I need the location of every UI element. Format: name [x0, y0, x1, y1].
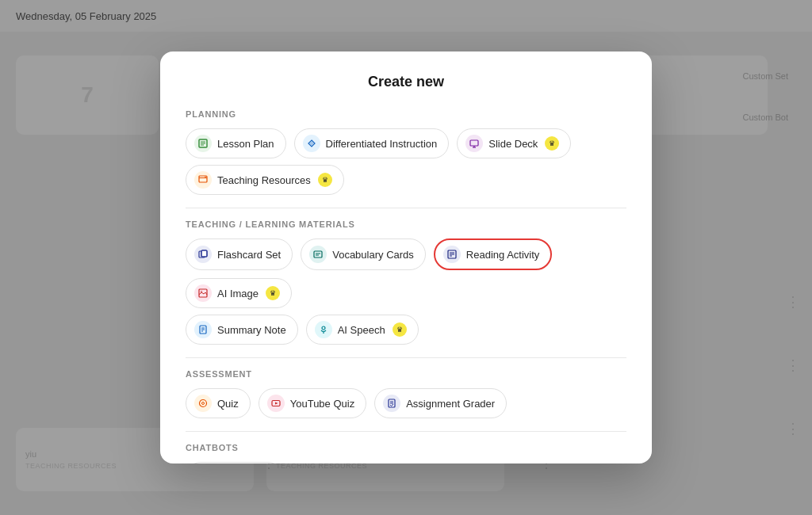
reading-activity-label: Reading Activity: [466, 249, 540, 261]
svg-point-9: [205, 177, 206, 178]
teaching-chips-row: Flashcard Set Vocabulary Cards Reading A…: [186, 238, 626, 308]
svg-rect-11: [201, 250, 207, 257]
reading-activity-icon: [443, 246, 461, 263]
chip-teaching-resources[interactable]: Teaching Resources ♛: [186, 165, 344, 195]
svg-point-28: [200, 400, 207, 407]
summary-note-label: Summary Note: [217, 324, 286, 336]
differentiated-instruction-label: Differentiated Instruction: [326, 138, 438, 150]
planning-chips-row-2: Teaching Resources ♛: [186, 165, 626, 195]
planning-chips-row: Lesson Plan Differentiated Instruction S…: [186, 128, 626, 158]
ai-speech-crown: ♛: [393, 322, 407, 337]
chip-flashcard-set[interactable]: Flashcard Set: [186, 238, 293, 270]
chip-reading-activity[interactable]: Reading Activity: [434, 238, 553, 270]
lesson-plan-label: Lesson Plan: [217, 138, 274, 150]
differentiated-instruction-icon: [303, 135, 320, 152]
svg-marker-31: [275, 402, 278, 405]
section-chatbots-label: CHATBOTS: [186, 443, 626, 452]
chip-custom-bot[interactable]: Custom Bot: [186, 462, 283, 464]
flashcard-set-icon: [194, 246, 212, 263]
svg-rect-4: [470, 140, 478, 146]
ai-image-crown: ♛: [266, 286, 280, 300]
section-assessment-label: ASSESSMENT: [186, 369, 626, 379]
slide-deck-icon: [465, 135, 483, 152]
svg-point-29: [202, 402, 205, 405]
slide-deck-label: Slide Deck: [488, 138, 538, 150]
chip-slide-deck[interactable]: Slide Deck ♛: [457, 128, 571, 158]
chip-ai-speech[interactable]: AI Speech ♛: [306, 315, 419, 345]
chip-differentiated-instruction[interactable]: Differentiated Instruction: [294, 128, 450, 158]
modal-create-new: Create new PLANNING Lesson Plan Differen…: [160, 52, 652, 464]
divider-1: [186, 208, 626, 208]
teaching-chips-row-2: Summary Note AI Speech ♛: [186, 315, 626, 345]
divider-3: [186, 431, 626, 432]
modal-backdrop: Create new PLANNING Lesson Plan Differen…: [0, 0, 812, 515]
flashcard-set-label: Flashcard Set: [217, 249, 281, 261]
assignment-grader-label: Assignment Grader: [406, 398, 495, 410]
lesson-plan-icon: [194, 135, 212, 152]
chip-summary-note[interactable]: Summary Note: [186, 315, 298, 345]
youtube-quiz-label: YouTube Quiz: [290, 398, 354, 410]
quiz-icon: [194, 395, 212, 412]
section-planning-label: PLANNING: [186, 109, 626, 119]
youtube-quiz-icon: [267, 395, 285, 412]
svg-rect-13: [314, 251, 322, 258]
ai-speech-icon: [315, 321, 332, 338]
summary-note-icon: [194, 321, 212, 338]
teaching-resources-crown: ♛: [318, 173, 332, 187]
ai-image-label: AI Image: [217, 288, 259, 299]
assessment-chips-row: Quiz YouTube Quiz Assignment Grader: [186, 388, 626, 418]
chatbots-chips-row: Custom Bot: [186, 462, 626, 464]
vocabulary-cards-label: Vocabulary Cards: [332, 249, 414, 261]
chip-lesson-plan[interactable]: Lesson Plan: [186, 128, 286, 158]
svg-point-26: [322, 326, 325, 330]
assignment-grader-icon: [383, 395, 400, 412]
divider-2: [186, 357, 626, 358]
chip-ai-image[interactable]: AI Image ♛: [186, 278, 292, 308]
quiz-label: Quiz: [217, 398, 239, 410]
ai-speech-label: AI Speech: [338, 324, 385, 336]
vocabulary-cards-icon: [309, 246, 327, 263]
teaching-resources-icon: [194, 171, 212, 189]
chip-youtube-quiz[interactable]: YouTube Quiz: [259, 388, 366, 418]
slide-deck-crown: ♛: [545, 136, 559, 151]
ai-image-icon: [194, 284, 212, 302]
chip-assignment-grader[interactable]: Assignment Grader: [374, 388, 507, 418]
modal-title: Create new: [186, 74, 626, 90]
section-teaching-label: TEACHING / LEARNING MATERIALS: [186, 219, 626, 229]
teaching-resources-label: Teaching Resources: [217, 174, 311, 186]
chip-vocabulary-cards[interactable]: Vocabulary Cards: [301, 238, 426, 270]
chip-quiz[interactable]: Quiz: [186, 388, 251, 418]
